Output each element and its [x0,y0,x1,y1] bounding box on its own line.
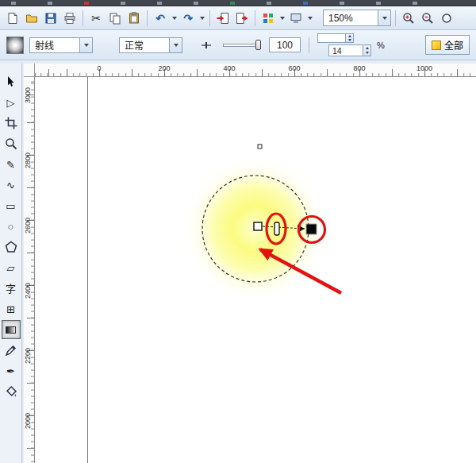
menu-item-icon [413,2,417,5]
spin-up-icon [366,47,369,49]
basic-shapes-tool[interactable]: ▱ [2,258,21,277]
pick-tool[interactable] [2,72,21,91]
toolbox: ▷ ✎ ∿ ▭ ○ ▱ 字 ⊞ ✒ [0,64,22,463]
edge-pad-value: 14 [329,46,363,56]
fill-tool[interactable] [2,382,21,401]
menu-item-icon [84,2,89,5]
export-button[interactable] [233,10,251,27]
shape-tool-icon: ▷ [7,98,15,108]
pan-button[interactable] [438,10,455,27]
undo-icon: ↶ [155,13,165,24]
rectangle-tool[interactable]: ▭ [2,196,21,215]
toolbar-separator [209,10,210,26]
object-node[interactable] [258,145,262,149]
table-tool[interactable]: ⊞ [2,299,21,318]
gradient-start-handle[interactable] [254,222,262,230]
property-bar: 射线 正常 100 14 % [0,30,476,60]
steps-spinner[interactable] [345,34,353,42]
propbar-separator [309,37,309,53]
horizontal-ruler[interactable]: 0 200 400 600 800 1000 [35,64,476,77]
polygon-icon [5,241,17,253]
menu-item-icon [11,2,16,5]
midpoint-slider-handle[interactable] [255,40,261,50]
undo-dropdown[interactable] [171,10,178,27]
midpoint-field[interactable]: 100 [269,37,301,52]
artistic-media-icon: ∿ [6,180,15,191]
standard-toolbar: ✂ ↶ ↷ 150% [0,6,476,30]
vertical-ruler[interactable]: 3000 2800 2600 2400 2200 2000 [24,77,35,463]
import-button[interactable] [214,10,232,27]
rectangle-icon: ▭ [6,201,15,211]
outline-pen-icon: ✒ [6,366,15,376]
midpoint-value: 100 [277,40,293,51]
basic-shapes-icon: ▱ [7,263,15,273]
outline-pen-tool[interactable]: ✒ [2,361,21,380]
menu-item-icon [303,2,308,5]
ruler-label: 0 [97,64,101,72]
application-launcher-icon [262,12,274,25]
ruler-label: 600 [288,64,300,72]
menu-item-icon [340,2,344,5]
zoom-out-icon [421,12,434,25]
open-button[interactable] [23,10,40,27]
edge-pad-field[interactable]: 14 [328,44,371,56]
artistic-media-tool[interactable]: ∿ [2,176,21,195]
apply-to-all-button[interactable]: 全部 [425,35,470,55]
text-tool[interactable]: 字 [2,279,21,298]
ellipse-tool[interactable]: ○ [2,217,21,236]
copy-button[interactable] [106,10,124,27]
spin-down-icon [348,39,351,41]
edge-pad-spinner[interactable] [363,45,370,56]
menu-bar[interactable] [0,0,476,6]
ruler-origin-corner[interactable] [24,64,35,77]
chevron-down-icon [84,44,89,47]
toolbar-separator [147,10,148,26]
gradient-end-handle[interactable] [306,224,317,234]
chevron-down-icon [200,17,205,20]
interactive-fill-tool[interactable] [2,320,21,339]
ruler-label: 200 [158,64,170,72]
steps-field[interactable] [317,33,354,43]
drawing-canvas[interactable] [35,77,476,463]
percent-label: % [377,41,385,50]
zoom-out-button[interactable] [419,10,436,27]
welcome-dropdown[interactable] [306,10,313,27]
crop-tool[interactable] [2,114,21,133]
ruler-label: 3000 [24,85,33,106]
toolbar-separator [255,10,255,26]
new-document-button[interactable] [4,10,21,27]
blend-mode-combo-arrow[interactable] [169,38,182,52]
fill-type-combo-arrow[interactable] [79,38,92,52]
color-eyedropper-tool[interactable] [2,341,21,360]
pan-icon [440,12,453,25]
redo-dropdown[interactable] [198,10,205,27]
zoom-in-icon [402,12,415,25]
save-button[interactable] [42,10,60,27]
polygon-tool[interactable] [2,237,21,257]
zoom-level-combo[interactable]: 150% [323,10,391,26]
paste-icon [128,12,140,25]
freehand-tool[interactable]: ✎ [2,155,21,174]
menu-item-icon [157,2,162,5]
welcome-screen-button[interactable] [287,10,305,27]
undo-button[interactable]: ↶ [152,10,169,27]
application-launcher-button[interactable] [259,10,277,27]
print-button[interactable] [61,10,79,27]
blend-mode-combo[interactable]: 正常 [119,37,182,53]
redo-icon: ↷ [183,13,193,24]
zoom-level-value: 150% [324,13,378,24]
cut-icon: ✂ [91,13,101,24]
zoom-combo-arrow[interactable] [378,10,390,25]
save-icon [44,12,57,25]
launcher-dropdown[interactable] [278,10,286,27]
midpoint-slider[interactable] [223,44,259,47]
ellipse-icon: ○ [8,222,14,232]
shape-tool[interactable]: ▷ [2,93,21,112]
cut-button[interactable]: ✂ [87,10,105,27]
gradient-midpoint-handle[interactable] [274,222,279,235]
zoom-in-button[interactable] [400,10,417,27]
paste-button[interactable] [125,10,143,27]
zoom-tool[interactable] [2,134,21,153]
redo-button[interactable]: ↷ [179,10,197,27]
fill-type-combo[interactable]: 射线 [29,37,93,53]
